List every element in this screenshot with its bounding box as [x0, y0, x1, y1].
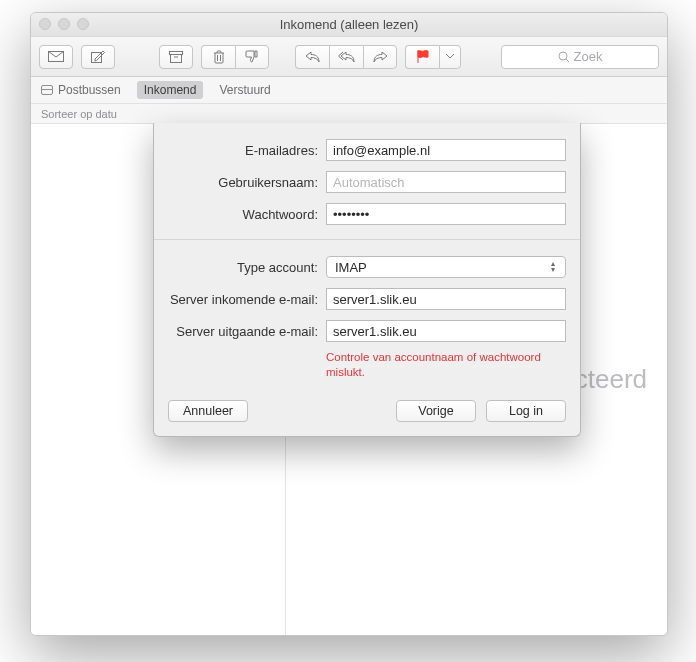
cancel-button[interactable]: Annuleer	[168, 400, 248, 422]
get-mail-button[interactable]	[39, 45, 73, 69]
delete-junk-group	[201, 45, 269, 69]
flag-menu-button[interactable]	[439, 45, 461, 69]
envelope-icon	[48, 51, 64, 62]
chevron-down-icon	[446, 54, 454, 59]
titlebar: Inkomend (alleen lezen)	[31, 13, 667, 37]
account-setup-sheet: E-mailadres: Gebruikersnaam: Wachtwoord:…	[153, 123, 581, 437]
search-placeholder: Zoek	[574, 49, 603, 64]
username-label: Gebruikersnaam:	[168, 175, 318, 190]
favorite-label: Inkomend	[144, 83, 197, 97]
account-type-select[interactable]: IMAP ▴▾	[326, 256, 566, 278]
junk-button[interactable]	[235, 45, 269, 69]
outgoing-server-field[interactable]	[326, 320, 566, 342]
archive-icon	[169, 51, 183, 63]
close-window-button[interactable]	[39, 18, 51, 30]
outgoing-label: Server uitgaande e-mail:	[168, 324, 318, 339]
favorites-bar: Postbussen Inkomend Verstuurd	[31, 77, 667, 104]
password-label: Wachtwoord:	[168, 207, 318, 222]
search-field[interactable]: Zoek	[501, 45, 659, 69]
flag-group	[405, 45, 461, 69]
reply-icon	[305, 51, 320, 63]
email-field[interactable]	[326, 139, 566, 161]
forward-icon	[373, 51, 388, 63]
minimize-window-button[interactable]	[58, 18, 70, 30]
thumbs-down-icon	[245, 50, 259, 63]
reply-all-button[interactable]	[329, 45, 363, 69]
toolbar: Zoek	[31, 37, 667, 77]
trash-icon	[213, 50, 225, 64]
previous-button[interactable]: Vorige	[396, 400, 476, 422]
zoom-window-button[interactable]	[77, 18, 89, 30]
favorite-postbussen[interactable]: Postbussen	[41, 83, 121, 97]
password-field[interactable]	[326, 203, 566, 225]
mailboxes-icon	[41, 85, 53, 95]
sheet-footer: Annuleer Vorige Log in	[154, 394, 580, 436]
login-button[interactable]: Log in	[486, 400, 566, 422]
updown-icon: ▴▾	[547, 261, 559, 273]
account-type-value: IMAP	[335, 260, 367, 275]
compose-icon	[91, 50, 105, 63]
favorite-label: Postbussen	[58, 83, 121, 97]
incoming-label: Server inkomende e-mail:	[168, 292, 318, 307]
svg-rect-3	[171, 54, 182, 62]
content-area: cteerd E-mailadres: Gebruikersnaam: Wach…	[31, 124, 667, 635]
reply-button[interactable]	[295, 45, 329, 69]
compose-button[interactable]	[81, 45, 115, 69]
sort-label: Sorteer op datu	[41, 108, 117, 120]
reply-group	[295, 45, 397, 69]
mail-window: Inkomend (alleen lezen)	[30, 12, 668, 636]
search-icon	[558, 51, 570, 63]
archive-button[interactable]	[159, 45, 193, 69]
email-label: E-mailadres:	[168, 143, 318, 158]
window-controls	[39, 18, 89, 30]
error-message: Controle van accountnaam of wachtwoord m…	[326, 350, 556, 380]
username-field[interactable]	[326, 171, 566, 193]
favorite-label: Verstuurd	[219, 83, 270, 97]
window-title: Inkomend (alleen lezen)	[280, 17, 419, 32]
reply-all-icon	[338, 51, 355, 63]
sort-bar[interactable]: Sorteer op datu	[31, 104, 667, 124]
delete-button[interactable]	[201, 45, 235, 69]
placeholder-text: cteerd	[575, 364, 647, 395]
account-type-label: Type account:	[168, 260, 318, 275]
flag-icon	[417, 50, 429, 63]
svg-line-8	[566, 59, 569, 62]
favorite-verstuurd[interactable]: Verstuurd	[219, 83, 270, 97]
svg-point-7	[559, 52, 567, 60]
flag-button[interactable]	[405, 45, 439, 69]
favorite-inkomend[interactable]: Inkomend	[137, 81, 204, 99]
forward-button[interactable]	[363, 45, 397, 69]
incoming-server-field[interactable]	[326, 288, 566, 310]
